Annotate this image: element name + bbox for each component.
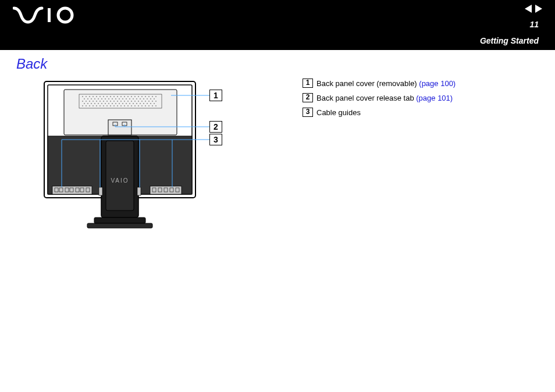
svg-point-78	[108, 103, 109, 104]
svg-rect-122	[87, 223, 152, 228]
svg-point-80	[115, 103, 116, 104]
svg-point-53	[96, 101, 97, 102]
svg-point-86	[136, 103, 137, 104]
svg-point-1	[58, 8, 72, 22]
svg-point-72	[87, 103, 88, 104]
svg-point-75	[98, 103, 99, 104]
vaio-logo	[13, 6, 83, 28]
svg-point-71	[84, 103, 85, 104]
legend-row: 2 Back panel cover release tab (page 101…	[303, 92, 456, 105]
legend-text: Back panel cover (removable)	[316, 79, 419, 88]
legend-link-page-100[interactable]: (page 100)	[419, 79, 456, 88]
svg-point-29	[87, 98, 88, 99]
svg-point-55	[103, 101, 104, 102]
svg-point-18	[124, 96, 125, 97]
svg-point-67	[145, 101, 146, 102]
svg-point-27	[155, 96, 156, 97]
svg-point-77	[105, 103, 106, 104]
svg-point-100	[110, 105, 111, 106]
legend-text: Back panel cover release tab	[316, 94, 416, 102]
svg-point-89	[147, 103, 148, 104]
callout-1-box: 1	[209, 90, 222, 101]
header-bar: 11 Getting Started	[0, 0, 555, 50]
svg-point-73	[91, 103, 92, 104]
svg-point-105	[127, 105, 129, 106]
svg-point-68	[148, 101, 150, 102]
svg-point-17	[120, 96, 122, 97]
svg-point-98	[103, 105, 104, 106]
svg-point-12	[103, 96, 104, 97]
section-title: Getting Started	[480, 36, 539, 45]
svg-point-23	[141, 96, 143, 97]
svg-point-30	[91, 98, 92, 99]
nav-arrows	[525, 5, 542, 13]
svg-point-92	[82, 105, 83, 106]
svg-point-13	[106, 96, 108, 97]
svg-point-113	[155, 105, 156, 106]
svg-point-107	[134, 105, 136, 106]
svg-point-104	[124, 105, 125, 106]
svg-point-110	[145, 105, 146, 106]
svg-point-39	[122, 98, 123, 99]
svg-point-88	[143, 103, 144, 104]
svg-point-95	[92, 105, 94, 106]
svg-point-40	[126, 98, 127, 99]
svg-point-22	[138, 96, 139, 97]
svg-point-34	[105, 98, 106, 99]
svg-point-93	[86, 105, 87, 106]
svg-point-63	[131, 101, 132, 102]
svg-rect-121	[94, 218, 145, 223]
svg-point-47	[150, 98, 151, 99]
svg-rect-137	[99, 187, 102, 195]
svg-point-76	[101, 103, 102, 104]
next-page-arrow-icon[interactable]	[535, 5, 542, 13]
svg-point-15	[113, 96, 115, 97]
prev-page-arrow-icon[interactable]	[525, 5, 532, 13]
svg-point-42	[133, 98, 134, 99]
page-title: Back	[16, 56, 47, 72]
svg-rect-114	[108, 120, 131, 135]
back-diagram: VAIO	[38, 78, 225, 235]
svg-point-97	[99, 105, 101, 106]
svg-rect-138	[137, 187, 141, 195]
svg-point-41	[129, 98, 130, 99]
svg-point-60	[120, 101, 122, 102]
svg-point-102	[117, 105, 118, 106]
svg-point-56	[106, 101, 108, 102]
svg-point-50	[86, 101, 87, 102]
svg-point-16	[117, 96, 118, 97]
svg-point-37	[115, 98, 116, 99]
svg-point-94	[89, 105, 90, 106]
svg-point-38	[119, 98, 120, 99]
svg-point-11	[99, 96, 101, 97]
svg-point-58	[113, 101, 115, 102]
svg-point-46	[147, 98, 148, 99]
svg-point-70	[155, 101, 156, 102]
svg-point-43	[136, 98, 137, 99]
svg-point-8	[89, 96, 90, 97]
svg-point-65	[138, 101, 139, 102]
svg-point-24	[145, 96, 146, 97]
callout-3-box: 3	[209, 134, 222, 145]
legend-link-page-101[interactable]: (page 101)	[416, 94, 453, 102]
legend-row: 1 Back panel cover (removable) (page 100…	[303, 78, 456, 90]
svg-point-96	[96, 105, 97, 106]
svg-point-49	[82, 101, 83, 102]
svg-point-103	[120, 105, 122, 106]
svg-point-108	[138, 105, 139, 106]
svg-point-57	[110, 101, 111, 102]
svg-point-36	[112, 98, 113, 99]
svg-point-31	[94, 98, 95, 99]
svg-point-52	[92, 101, 94, 102]
svg-point-81	[119, 103, 120, 104]
svg-point-32	[98, 98, 99, 99]
svg-point-19	[127, 96, 129, 97]
svg-point-74	[94, 103, 95, 104]
svg-point-64	[134, 101, 136, 102]
svg-point-10	[96, 96, 97, 97]
svg-point-25	[148, 96, 150, 97]
svg-point-85	[133, 103, 134, 104]
svg-rect-119	[106, 141, 134, 211]
svg-point-35	[108, 98, 109, 99]
page-number: 11	[529, 20, 539, 29]
